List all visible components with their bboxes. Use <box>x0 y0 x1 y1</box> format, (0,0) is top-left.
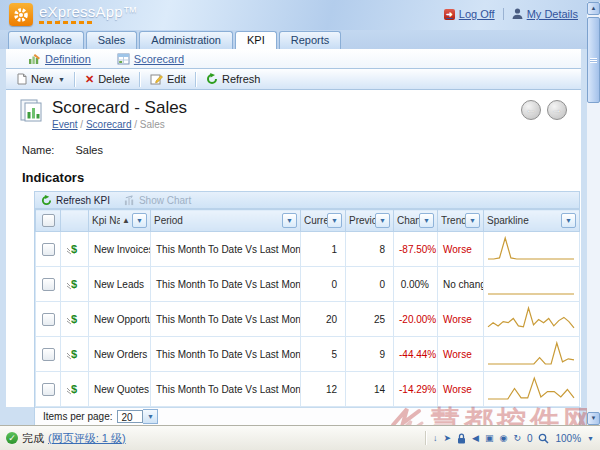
tab-sales[interactable]: Sales <box>86 31 138 49</box>
filter-button[interactable]: ▼ <box>132 213 147 228</box>
checkbox-cell <box>36 372 61 407</box>
scroll-up-button[interactable]: ▲ <box>587 2 600 15</box>
sort-ascending-icon: ▲ <box>122 216 130 225</box>
column-header-previous[interactable]: Previous ▼ <box>346 210 394 232</box>
zoom-magnifier-icon[interactable] <box>538 433 549 444</box>
speaker-icon[interactable]: ◀ <box>472 434 479 443</box>
edit-button[interactable]: Edit <box>143 72 193 86</box>
tab-reports[interactable]: Reports <box>279 31 342 49</box>
items-per-page-select[interactable]: 20 <box>117 410 143 423</box>
scorecard-link[interactable]: Scorecard <box>117 53 184 65</box>
table-row[interactable]: $ New Quotes This Month To Date Vs Last … <box>36 372 580 407</box>
column-header-current[interactable]: Current ▼ <box>301 210 346 232</box>
filter-button[interactable]: ▼ <box>327 213 342 228</box>
icon-cell: $ <box>61 302 89 337</box>
row-checkbox[interactable] <box>42 313 55 326</box>
indicators-table: Kpi Name ▲ ▼ Period ▼ Current ▼ Previous… <box>35 209 580 407</box>
scroll-down-button[interactable]: ▼ <box>587 412 600 425</box>
checkbox-cell <box>36 302 61 337</box>
change-cell: 0.00% <box>394 267 438 302</box>
change-cell: -20.00% <box>394 302 438 337</box>
refresh-counter-icon[interactable]: ↻ <box>513 434 521 443</box>
download-arrow-icon[interactable]: ↓ <box>433 434 438 443</box>
page-body: Definition Scorecard New ▼ ✕ Delet <box>6 49 581 407</box>
my-details-link[interactable]: My Details <box>512 8 578 20</box>
current-cell: 0 <box>301 267 346 302</box>
toolbar-separator <box>195 72 197 87</box>
zoom-level-value[interactable]: 100% <box>555 433 581 444</box>
previous-record-button[interactable]: ← <box>521 100 541 120</box>
breadcrumb-scorecard-link[interactable]: Scorecard <box>86 119 132 130</box>
definition-link[interactable]: Definition <box>28 53 91 65</box>
select-all-header[interactable] <box>36 210 61 232</box>
name-value: Sales <box>75 144 103 156</box>
current-cell: 12 <box>301 372 346 407</box>
filter-button[interactable]: ▼ <box>375 213 390 228</box>
table-header-row: Kpi Name ▲ ▼ Period ▼ Current ▼ Previous… <box>36 210 580 232</box>
zoom-dropdown-icon[interactable]: ▼ <box>587 435 594 442</box>
change-cell: -44.44% <box>394 337 438 372</box>
main-tab-bar: Workplace Sales Administration KPI Repor… <box>0 30 600 49</box>
next-record-button[interactable]: → <box>547 100 567 120</box>
status-done-text: 完成 <box>22 431 44 446</box>
sparkline-chart <box>485 303 577 333</box>
scrollbar-thumb[interactable] <box>587 17 600 103</box>
icon-cell: $ <box>61 337 89 372</box>
column-header-change[interactable]: Change ▼ <box>394 210 438 232</box>
table-row[interactable]: $ New Orders This Month To Date Vs Last … <box>36 337 580 372</box>
column-header-kpi-name[interactable]: Kpi Name ▲ ▼ <box>89 210 151 232</box>
definition-icon <box>28 53 41 65</box>
scorecard-icon <box>117 53 130 65</box>
kpi-indicator-icon: $ <box>66 312 80 325</box>
chevron-down-icon: ▼ <box>565 217 572 224</box>
cursor-icon[interactable]: ➤ <box>444 434 452 443</box>
sparkline-chart <box>485 373 577 403</box>
delete-x-icon: ✕ <box>85 73 94 86</box>
filter-button[interactable]: ▼ <box>561 213 576 228</box>
tab-administration[interactable]: Administration <box>139 31 233 49</box>
trend-cell: Worse <box>438 337 484 372</box>
layers-icon[interactable]: ▣ <box>485 434 494 443</box>
breadcrumb-event-link[interactable]: Event <box>52 119 78 130</box>
items-per-page-dropdown-icon[interactable]: ▼ <box>143 409 158 424</box>
table-row[interactable]: $ New Invoices This Month To Date Vs Las… <box>36 232 580 267</box>
show-chart-label: Show Chart <box>139 195 191 206</box>
checkbox-cell <box>36 267 61 302</box>
new-button[interactable]: New ▼ <box>10 72 72 86</box>
tab-kpi[interactable]: KPI <box>235 31 277 49</box>
eye-icon[interactable]: ◉ <box>500 434 508 443</box>
table-row[interactable]: $ New Opportunities This Month To Date V… <box>36 302 580 337</box>
current-cell: 20 <box>301 302 346 337</box>
svg-text:$: $ <box>71 313 77 325</box>
row-checkbox[interactable] <box>42 243 55 256</box>
row-checkbox[interactable] <box>42 278 55 291</box>
row-checkbox[interactable] <box>42 383 55 396</box>
filter-button[interactable]: ▼ <box>419 213 434 228</box>
select-all-checkbox[interactable] <box>42 214 55 227</box>
page-rating-link[interactable]: (网页评级: 1 级) <box>48 431 126 446</box>
tab-workplace[interactable]: Workplace <box>8 31 84 49</box>
trend-cell: Worse <box>438 372 484 407</box>
show-chart-button[interactable]: Show Chart <box>124 195 191 206</box>
table-row[interactable]: $ New Leads This Month To Date Vs Last M… <box>36 267 580 302</box>
new-dropdown-caret-icon[interactable]: ▼ <box>58 76 65 83</box>
lock-icon[interactable] <box>457 433 466 444</box>
row-checkbox[interactable] <box>42 348 55 361</box>
delete-button[interactable]: ✕ Delete <box>78 72 137 87</box>
vertical-scrollbar[interactable]: ▲ ▼ <box>587 2 600 425</box>
column-header-sparkline[interactable]: Sparkline ▼ <box>484 210 580 232</box>
log-off-link[interactable]: ➜ Log Off <box>444 8 495 20</box>
period-header-label: Period <box>154 215 282 226</box>
filter-button[interactable]: ▼ <box>282 213 297 228</box>
previous-header-label: Previous <box>349 215 375 226</box>
grid-toolbar: Refresh KPI Show Chart <box>35 192 579 209</box>
svg-text:$: $ <box>71 243 77 255</box>
column-header-trend[interactable]: Trend ▼ <box>438 210 484 232</box>
refresh-kpi-button[interactable]: Refresh KPI <box>41 195 110 206</box>
filter-button[interactable]: ▼ <box>465 213 480 228</box>
show-chart-icon <box>124 195 135 206</box>
chevron-down-icon: ▼ <box>423 217 430 224</box>
refresh-button[interactable]: Refresh <box>199 72 268 86</box>
trend-cell: Worse <box>438 232 484 267</box>
column-header-period[interactable]: Period ▼ <box>151 210 301 232</box>
